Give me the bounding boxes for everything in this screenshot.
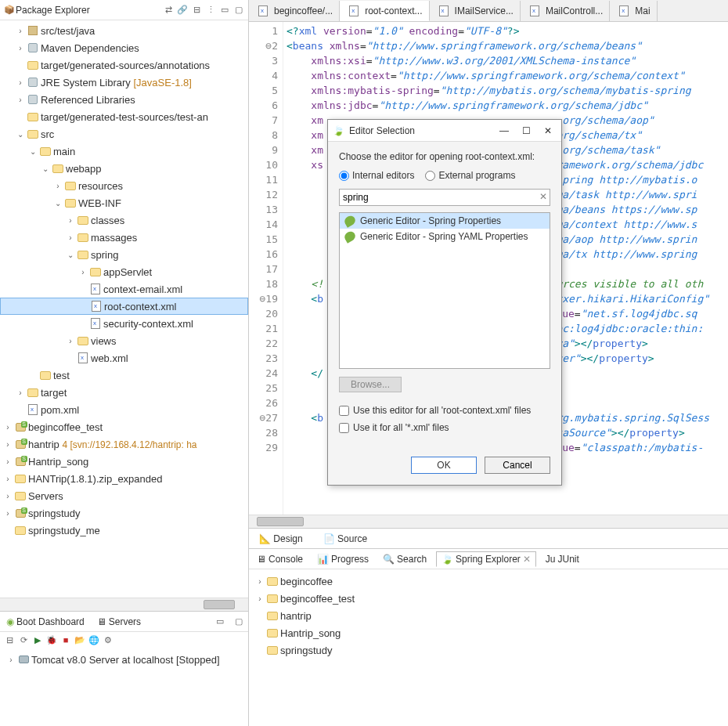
editor-tab[interactable]: begincoffee/... bbox=[249, 1, 340, 21]
package-explorer-header: 📦 Package Explorer ⇄ 🔗 ⊟ ⋮ ▭ ▢ bbox=[0, 0, 248, 20]
use-for-ext-checkbox[interactable]: Use it for all '*.xml' files bbox=[339, 422, 550, 433]
spring-explorer-item[interactable]: hantrip bbox=[252, 607, 725, 624]
tree-item[interactable]: ›Referenced Libraries bbox=[0, 91, 248, 108]
tree-item[interactable]: ⌄main bbox=[0, 143, 248, 160]
tree-item[interactable]: ›Servers bbox=[0, 487, 248, 504]
bd-open-icon[interactable]: 📂 bbox=[74, 634, 86, 646]
spring-explorer-item[interactable]: Hantrip_song bbox=[252, 624, 725, 641]
bd-refresh-icon[interactable]: ⟳ bbox=[17, 634, 30, 646]
link-editor-icon[interactable]: 🔗 bbox=[176, 4, 189, 16]
cancel-button[interactable]: Cancel bbox=[485, 457, 550, 474]
tree-item[interactable]: target/generated-sources/annotations bbox=[0, 56, 248, 74]
leaf-icon bbox=[343, 214, 357, 227]
tree-item[interactable]: ›appServlet bbox=[0, 263, 248, 280]
tree-item[interactable]: ›classes bbox=[0, 211, 248, 229]
maximize-icon[interactable]: ▢ bbox=[232, 4, 245, 16]
bd-filter-icon[interactable]: ⚙ bbox=[102, 634, 114, 646]
bd-max-icon[interactable]: ▢ bbox=[232, 616, 245, 628]
servers-tab[interactable]: 🖥 Servers bbox=[94, 615, 144, 629]
spring-explorer-item[interactable]: springstudy bbox=[252, 641, 725, 659]
bd-collapse-icon[interactable]: ⊟ bbox=[3, 634, 16, 646]
view-menu-icon[interactable]: ⋮ bbox=[204, 4, 217, 16]
bottom-right-tabs[interactable]: 🖥Console📊Progress🔍Search🍃Spring Explorer… bbox=[249, 549, 728, 569]
bd-browser-icon[interactable]: 🌐 bbox=[88, 634, 100, 646]
server-item[interactable]: › Tomcat v8.0 Server at localhost [Stopp… bbox=[3, 651, 245, 668]
tree-item[interactable]: pom.xml bbox=[0, 401, 248, 418]
bottom-tab[interactable]: JuJUnit bbox=[541, 552, 584, 566]
clear-search-icon[interactable]: ✕ bbox=[539, 191, 547, 202]
minimize-icon[interactable]: ▭ bbox=[218, 4, 231, 16]
bd-run-icon[interactable]: ▶ bbox=[31, 634, 44, 646]
bottom-tab[interactable]: 🍃Spring Explorer ✕ bbox=[436, 551, 536, 567]
tree-item[interactable]: context-email.xml bbox=[0, 280, 248, 298]
spring-explorer-item[interactable]: ›begincoffee_test bbox=[252, 590, 725, 607]
tree-item[interactable]: ›views bbox=[0, 332, 248, 349]
tree-hscroll[interactable] bbox=[0, 598, 248, 611]
tree-item[interactable]: ›JRE System Library [JavaSE-1.8] bbox=[0, 74, 248, 91]
tree-item[interactable]: ›Maven Dependencies bbox=[0, 39, 248, 56]
editor-list[interactable]: Generic Editor - Spring PropertiesGeneri… bbox=[339, 212, 550, 369]
bd-min-icon[interactable]: ▭ bbox=[214, 616, 226, 628]
tree-item[interactable]: ›src/test/java bbox=[0, 22, 248, 39]
tree-item[interactable]: ›hantrip 4 [svn://192.168.4.12/hantrip: … bbox=[0, 435, 248, 453]
tree-item[interactable]: ›resources bbox=[0, 177, 248, 194]
tree-item[interactable]: ›springstudy bbox=[0, 504, 248, 522]
editor-list-item[interactable]: Generic Editor - Spring Properties bbox=[340, 213, 550, 229]
dialog-title-text: Editor Selection bbox=[349, 125, 415, 136]
editor-list-item[interactable]: Generic Editor - Spring YAML Properties bbox=[340, 229, 550, 244]
editor-hscroll[interactable] bbox=[249, 515, 728, 528]
package-explorer-icon: 📦 bbox=[3, 4, 16, 16]
editor-selection-dialog: 🍃 Editor Selection — ☐ ✕ Choose the edit… bbox=[327, 119, 562, 486]
tree-item[interactable]: ⌄spring bbox=[0, 246, 248, 263]
dialog-icon: 🍃 bbox=[333, 125, 344, 136]
tree-item[interactable]: security-context.xml bbox=[0, 315, 248, 332]
browse-button: Browse... bbox=[339, 377, 402, 392]
source-tab[interactable]: 📄 Source bbox=[316, 531, 374, 547]
collapse-all-icon[interactable]: ⇄ bbox=[162, 4, 175, 16]
dialog-search-input[interactable] bbox=[339, 189, 550, 206]
editor-tab[interactable]: MailControll... bbox=[521, 1, 610, 21]
focus-icon[interactable]: ⊟ bbox=[190, 4, 203, 16]
tree-item[interactable]: springstudy_me bbox=[0, 522, 248, 539]
external-programs-radio[interactable]: External programs bbox=[425, 170, 515, 181]
tree-item[interactable]: target/generated-test-sources/test-an bbox=[0, 108, 248, 125]
dialog-close-icon[interactable]: ✕ bbox=[542, 125, 553, 136]
package-explorer-tree[interactable]: ›src/test/java›Maven Dependenciestarget/… bbox=[0, 20, 248, 598]
dialog-maximize-icon[interactable]: ☐ bbox=[521, 125, 532, 136]
tree-item[interactable]: ›Hantrip_song bbox=[0, 453, 248, 470]
tree-item[interactable]: ›begincoffee_test bbox=[0, 418, 248, 435]
tree-item[interactable]: ›massages bbox=[0, 229, 248, 246]
line-gutter: 1⊖23456789101112131415161718⊖19202122232… bbox=[249, 22, 283, 515]
dialog-message: Choose the editor for opening root-conte… bbox=[339, 151, 550, 162]
bd-debug-icon[interactable]: 🐞 bbox=[45, 634, 58, 646]
tree-item[interactable]: ›target bbox=[0, 384, 248, 401]
tree-item[interactable]: ⌄WEB-INF bbox=[0, 194, 248, 211]
bd-stop-icon[interactable]: ■ bbox=[59, 634, 72, 646]
spring-explorer-content[interactable]: ›begincoffee›begincoffee_testhantripHant… bbox=[249, 569, 728, 726]
bottom-tab[interactable]: 🖥Console bbox=[252, 552, 308, 566]
design-tab[interactable]: 📐 Design bbox=[252, 531, 310, 547]
bottom-tab[interactable]: 📊Progress bbox=[312, 552, 373, 566]
internal-editors-radio[interactable]: Internal editors bbox=[339, 170, 414, 181]
spring-explorer-item[interactable]: ›begincoffee bbox=[252, 572, 725, 590]
bottom-tab[interactable]: 🔍Search bbox=[378, 552, 431, 566]
tree-item[interactable]: ⌄webapp bbox=[0, 160, 248, 177]
use-for-file-checkbox[interactable]: Use this editor for all 'root-context.xm… bbox=[339, 405, 550, 416]
editor-tab[interactable]: IMailService... bbox=[430, 1, 521, 21]
tree-item[interactable]: ›HANTrip(1.8.1).zip_expanded bbox=[0, 470, 248, 487]
tree-item[interactable]: test bbox=[0, 367, 248, 384]
dialog-minimize-icon[interactable]: — bbox=[499, 125, 510, 136]
editor-tab[interactable]: root-context... bbox=[340, 1, 429, 21]
leaf-icon bbox=[343, 229, 357, 243]
package-explorer-title: Package Explorer bbox=[16, 5, 162, 16]
ok-button[interactable]: OK bbox=[411, 457, 477, 474]
tree-item[interactable]: web.xml bbox=[0, 349, 248, 367]
tree-item[interactable]: ⌄src bbox=[0, 125, 248, 143]
editor-tabs[interactable]: begincoffee/...root-context...IMailServi… bbox=[249, 0, 728, 22]
boot-dashboard-tab[interactable]: ◉ Boot Dashboard bbox=[3, 615, 88, 629]
editor-tab[interactable]: Mai bbox=[610, 1, 657, 21]
tree-item[interactable]: root-context.xml bbox=[0, 298, 248, 315]
